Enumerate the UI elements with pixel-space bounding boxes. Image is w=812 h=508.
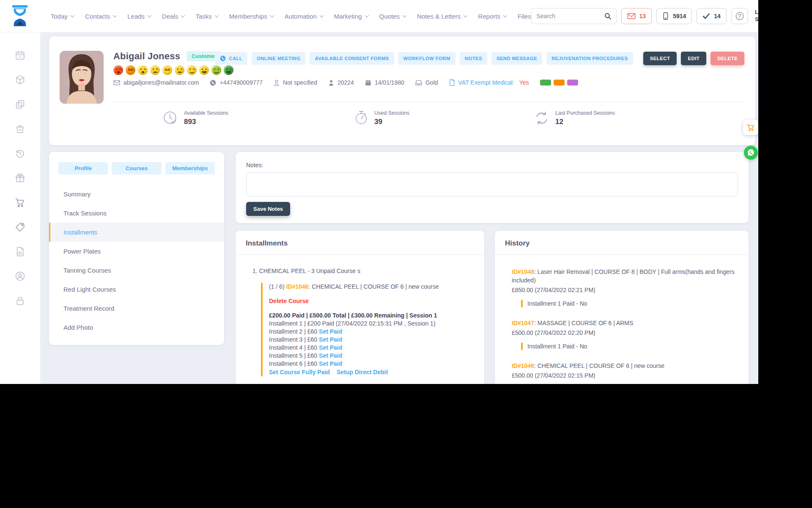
save-notes-button[interactable]: Save Notes xyxy=(246,202,290,216)
select-button[interactable]: SELECT xyxy=(643,52,677,65)
mood-emoji[interactable] xyxy=(113,65,123,75)
mood-emoji[interactable] xyxy=(224,65,233,75)
tasks-badge[interactable]: 14 xyxy=(697,8,727,24)
profile-tabs: ProfileCoursesMemberships xyxy=(49,152,224,181)
envelope-icon xyxy=(627,13,636,19)
account-icon[interactable] xyxy=(15,271,25,282)
mood-emoji[interactable] xyxy=(199,65,209,75)
history-icon[interactable] xyxy=(15,148,25,159)
help-button[interactable] xyxy=(731,8,748,24)
report-icon[interactable] xyxy=(15,246,25,257)
nav-item-label: Quotes xyxy=(379,13,400,20)
mood-emoji[interactable] xyxy=(211,65,221,75)
whatsapp-button[interactable] xyxy=(744,146,758,160)
gift-icon[interactable] xyxy=(15,173,25,183)
set-paid-link[interactable]: Set Paid xyxy=(319,336,342,343)
delete-course-link[interactable]: Delete Course xyxy=(269,297,474,305)
messages-count: 13 xyxy=(639,13,646,19)
menu-item[interactable]: Installments xyxy=(49,223,224,242)
nav-item[interactable]: Leads xyxy=(127,13,151,20)
chevron-down-icon xyxy=(365,13,369,17)
menu-item[interactable]: Summary xyxy=(49,185,224,204)
lock-icon[interactable] xyxy=(15,295,25,306)
action-button[interactable]: WORKFLOW FORM xyxy=(398,52,455,65)
history-id-link[interactable]: ID#1048 xyxy=(512,268,534,275)
person-filled-icon xyxy=(328,80,334,86)
search-input[interactable] xyxy=(532,13,599,19)
set-paid-link[interactable]: Set Paid xyxy=(319,328,342,335)
action-button[interactable]: AVAILABLE CONSENT FORMS xyxy=(310,52,394,65)
action-button[interactable]: ONLINE MEETING xyxy=(252,52,305,65)
set-course-fully-paid-link[interactable]: Set Course Fully Paid xyxy=(269,368,330,376)
mood-emoji[interactable] xyxy=(126,65,135,75)
inbox-icon xyxy=(415,80,422,86)
nav-item[interactable]: Today xyxy=(51,13,74,20)
discount-tag-icon[interactable] xyxy=(15,222,25,232)
cart-icon[interactable] xyxy=(15,197,25,208)
call-button[interactable]: CALL xyxy=(215,52,247,65)
mood-emoji[interactable] xyxy=(187,65,197,75)
nav-item[interactable]: Reports xyxy=(478,13,507,20)
nav-item-label: Files xyxy=(518,13,531,20)
setup-direct-debit-link[interactable]: Setup Direct Debit xyxy=(337,368,388,376)
course-id-link[interactable]: ID#1046 xyxy=(286,283,308,290)
menu-item[interactable]: Track Sessions xyxy=(49,204,224,223)
copy-icon[interactable] xyxy=(15,99,25,110)
menu-item[interactable]: Power Plates xyxy=(49,242,224,261)
person-outline-icon xyxy=(274,80,280,86)
shopping-bag-icon[interactable] xyxy=(15,124,25,134)
nav-item-label: Deals xyxy=(162,13,178,20)
tab[interactable]: Memberships xyxy=(165,162,215,174)
nav-item[interactable]: Contacts xyxy=(85,13,116,20)
nav-item[interactable]: Notes & Letters xyxy=(417,13,467,20)
phone-icon xyxy=(210,80,216,86)
calls-badge[interactable]: 5914 xyxy=(656,8,692,24)
history-id-link[interactable]: ID#1047 xyxy=(512,320,534,326)
menu-item[interactable]: Tanning Courses xyxy=(49,261,224,280)
edit-button[interactable]: EDIT xyxy=(681,52,706,65)
set-paid-link[interactable]: Set Paid xyxy=(319,352,342,359)
document-icon xyxy=(449,79,455,86)
package-icon[interactable] xyxy=(15,75,25,85)
calendar-icon[interactable]: 12 xyxy=(15,50,25,61)
installment-paid-line: Installment 1 | £200 Paid (27/04/2022 02… xyxy=(269,320,474,328)
hourglass-logo-icon[interactable] xyxy=(10,5,30,28)
history-item: ID#1046: CHEMICAL PEEL | COURSE OF 6 | n… xyxy=(512,362,738,384)
action-button[interactable]: SEND MESSAGE xyxy=(491,52,542,65)
history-id-link[interactable]: ID#1046 xyxy=(512,362,534,369)
action-button[interactable]: REJUVENATION PROCEDURES xyxy=(546,52,633,65)
tab[interactable]: Courses xyxy=(112,162,161,174)
nav-item[interactable]: Memberships xyxy=(229,13,274,20)
messages-badge[interactable]: 13 xyxy=(621,8,652,24)
tab[interactable]: Profile xyxy=(58,162,108,174)
nav-item[interactable]: Deals xyxy=(162,13,184,20)
notes-textarea[interactable] xyxy=(246,172,738,196)
mood-emoji[interactable] xyxy=(138,65,148,75)
menu-item[interactable]: Red Light Courses xyxy=(49,280,224,299)
nav-item[interactable]: Files xyxy=(518,13,531,20)
nav-item[interactable]: Tasks xyxy=(195,13,218,20)
phone-item: +447490009777 xyxy=(210,79,263,86)
mood-emoji[interactable] xyxy=(162,65,172,75)
nav-item[interactable]: Quotes xyxy=(379,13,406,20)
set-paid-link[interactable]: Set Paid xyxy=(319,360,342,367)
nav-item[interactable]: Marketing xyxy=(334,13,368,20)
search-icon[interactable] xyxy=(599,8,616,24)
menu-item[interactable]: Add Photo xyxy=(49,318,224,337)
calls-count: 5914 xyxy=(673,13,686,19)
mood-emoji[interactable] xyxy=(150,65,160,75)
status-bar xyxy=(521,300,523,307)
action-button[interactable]: NOTES xyxy=(460,52,487,65)
nav-item-label: Today xyxy=(51,13,68,20)
chevron-down-icon xyxy=(270,13,274,17)
nav-item[interactable]: Automation xyxy=(285,13,323,20)
course-group-title: 1. CHEMICAL PEEL - 3 Unpaid Course s xyxy=(252,268,474,274)
floating-cart-button[interactable] xyxy=(743,120,758,135)
mood-emoji[interactable] xyxy=(175,65,184,75)
vat-exempt-item[interactable]: VAT Exempt Medical:Yes xyxy=(449,79,529,86)
set-paid-link[interactable]: Set Paid xyxy=(319,344,342,351)
menu-item[interactable]: Treatment Record xyxy=(49,299,224,318)
delete-button[interactable]: DELETE xyxy=(710,52,744,65)
stat-available-sessions: Available Sessions893 xyxy=(162,110,228,126)
svg-text:12: 12 xyxy=(18,55,22,58)
